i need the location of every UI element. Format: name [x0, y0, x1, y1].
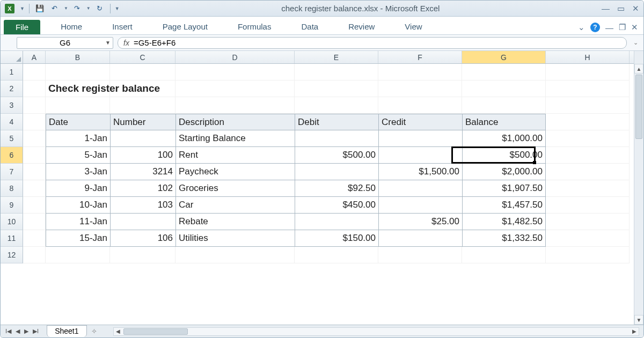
- cell[interactable]: [462, 64, 546, 80]
- cell[interactable]: [546, 180, 630, 197]
- cell-desc[interactable]: Paycheck: [175, 164, 295, 180]
- tab-review[interactable]: Review: [343, 19, 380, 34]
- row-header-3[interactable]: 3: [1, 97, 23, 114]
- hscroll-thumb[interactable]: [123, 328, 188, 335]
- cell-date[interactable]: 11-Jan: [46, 214, 110, 230]
- cell[interactable]: [546, 147, 630, 164]
- cell[interactable]: [110, 247, 175, 263]
- formula-bar-expand-icon[interactable]: ⌄: [631, 39, 640, 46]
- row-header-7[interactable]: 7: [1, 164, 23, 180]
- qat-customize-icon[interactable]: ▼: [115, 6, 120, 11]
- row-header-9[interactable]: 9: [1, 197, 23, 214]
- vertical-scrollbar[interactable]: ▲ ▼: [634, 51, 643, 325]
- tab-view[interactable]: View: [399, 19, 427, 34]
- cell-desc[interactable]: Starting Balance: [175, 130, 295, 147]
- save-button[interactable]: 💾: [34, 3, 46, 14]
- file-tab[interactable]: File: [4, 20, 40, 34]
- row-header-2[interactable]: 2: [1, 80, 23, 97]
- cell[interactable]: [546, 80, 630, 97]
- cell-balance[interactable]: $1,482.50: [462, 214, 546, 230]
- cell-debit[interactable]: $150.00: [295, 230, 378, 247]
- cell-number[interactable]: 103: [110, 197, 175, 214]
- cell-balance[interactable]: $1,907.50: [462, 180, 546, 197]
- cell-number[interactable]: [110, 214, 175, 230]
- cell[interactable]: [23, 247, 46, 263]
- cell[interactable]: [110, 64, 175, 80]
- cell-balance-active[interactable]: $500.00: [462, 147, 546, 164]
- cell[interactable]: [378, 247, 462, 263]
- cell[interactable]: [23, 230, 46, 247]
- cell-credit[interactable]: [378, 180, 462, 197]
- table-header[interactable]: Debit: [295, 114, 378, 130]
- undo-button[interactable]: ↶: [49, 3, 61, 14]
- scroll-up-icon[interactable]: ▲: [634, 64, 643, 74]
- row-header-5[interactable]: 5: [1, 130, 23, 147]
- table-header[interactable]: Date: [46, 114, 110, 130]
- cell[interactable]: [378, 97, 462, 114]
- cell[interactable]: [23, 180, 46, 197]
- cell-number[interactable]: [110, 130, 175, 147]
- tab-home[interactable]: Home: [55, 19, 87, 34]
- row-header-1[interactable]: 1: [1, 64, 23, 80]
- cell-desc[interactable]: Groceries: [175, 180, 295, 197]
- tab-insert[interactable]: Insert: [107, 19, 138, 34]
- table-header[interactable]: Number: [110, 114, 175, 130]
- cell[interactable]: [546, 64, 630, 80]
- cell-number[interactable]: 3214: [110, 164, 175, 180]
- cell-date[interactable]: 10-Jan: [46, 197, 110, 214]
- refresh-button[interactable]: ↻: [94, 3, 106, 14]
- cell[interactable]: [546, 230, 630, 247]
- cell-date[interactable]: 3-Jan: [46, 164, 110, 180]
- cell[interactable]: [378, 80, 462, 97]
- new-sheet-icon[interactable]: ✧: [91, 327, 97, 335]
- cell-credit[interactable]: [378, 130, 462, 147]
- cell[interactable]: [546, 97, 630, 114]
- cell-desc[interactable]: Rebate: [175, 214, 295, 230]
- formula-input[interactable]: [134, 38, 621, 47]
- cell-credit[interactable]: $1,500.00: [378, 164, 462, 180]
- cell-debit[interactable]: [295, 130, 378, 147]
- sheet-nav-prev-icon[interactable]: ◀: [14, 327, 21, 336]
- cell[interactable]: [175, 97, 295, 114]
- row-header-12[interactable]: 12: [1, 247, 23, 263]
- table-header[interactable]: Balance: [462, 114, 546, 130]
- cell[interactable]: [23, 64, 46, 80]
- cell[interactable]: [378, 64, 462, 80]
- cell[interactable]: [546, 164, 630, 180]
- cell[interactable]: [175, 247, 295, 263]
- cell-credit[interactable]: $25.00: [378, 214, 462, 230]
- cell-date[interactable]: 1-Jan: [46, 130, 110, 147]
- cell-debit[interactable]: $450.00: [295, 197, 378, 214]
- col-header-G[interactable]: G: [462, 51, 546, 63]
- row-header-10[interactable]: 10: [1, 214, 23, 230]
- cell-credit[interactable]: [378, 230, 462, 247]
- col-header-H[interactable]: H: [546, 51, 630, 63]
- window-close-icon[interactable]: ✕: [631, 23, 638, 32]
- select-all-corner[interactable]: [1, 51, 23, 63]
- scroll-down-icon[interactable]: ▼: [634, 315, 643, 325]
- tab-page-layout[interactable]: Page Layout: [157, 19, 213, 34]
- cell[interactable]: [546, 114, 630, 130]
- cell[interactable]: [46, 97, 110, 114]
- cell[interactable]: [23, 80, 46, 97]
- cell-desc[interactable]: Car: [175, 197, 295, 214]
- cell[interactable]: [23, 130, 46, 147]
- qat-dropdown-icon[interactable]: ▼: [20, 6, 25, 11]
- scroll-right-icon[interactable]: ▶: [630, 328, 639, 334]
- cell-date[interactable]: 5-Jan: [46, 147, 110, 164]
- sheet-nav-last-icon[interactable]: ▶I: [31, 327, 40, 336]
- row-header-4[interactable]: 4: [1, 114, 23, 130]
- cell-date[interactable]: 9-Jan: [46, 180, 110, 197]
- col-header-B[interactable]: B: [46, 51, 110, 63]
- cell[interactable]: [295, 247, 378, 263]
- row-header-6[interactable]: 6: [1, 147, 23, 164]
- cell[interactable]: [295, 80, 378, 97]
- row-header-8[interactable]: 8: [1, 180, 23, 197]
- ribbon-minimize-icon[interactable]: ⌄: [578, 23, 585, 32]
- cell[interactable]: [462, 247, 546, 263]
- cell-debit[interactable]: [295, 214, 378, 230]
- cell[interactable]: [175, 64, 295, 80]
- cell[interactable]: [546, 130, 630, 147]
- cell[interactable]: [546, 197, 630, 214]
- cell-balance[interactable]: $1,332.50: [462, 230, 546, 247]
